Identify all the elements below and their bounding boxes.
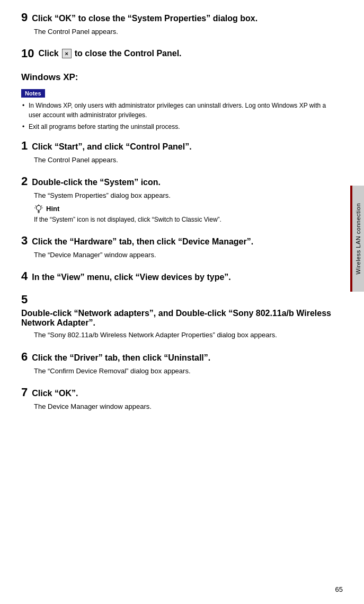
step-10: 10 Click × to close the Control Panel. [21,47,332,60]
notes-badge: Notes [21,89,45,98]
step-4-number: 4 [21,269,28,283]
notes-list: In Windows XP, only users with administr… [21,101,332,132]
step-9-title: Click “OK” to close the “System Properti… [32,14,258,23]
svg-line-6 [41,205,42,206]
step-10-number: 10 [21,47,34,60]
notes-item-1: In Windows XP, only users with administr… [21,101,332,120]
step-10-title-suffix: to close the Control Panel. [75,49,182,58]
step-3-title: Click the “Hardware” tab, then click “De… [32,237,253,247]
step-7-number: 7 [21,386,28,399]
notes-item-2: Exit all programs before starting the un… [21,122,332,132]
page-container: 9 Click “OK” to close the “System Proper… [0,0,364,604]
step-1-title: Click “Start”, and click “Control Panel”… [32,142,191,152]
step-5-title: Double-click “Network adapters”, and Dou… [21,309,332,328]
svg-point-0 [37,205,41,210]
step-10-title-prefix: Click [38,49,58,58]
page-number: 65 [335,585,343,593]
hint-block-2: Hint If the “System” icon is not display… [34,204,332,224]
step-5-desc: The “Sony 802.11a/b Wireless Network Ada… [34,330,332,340]
step-4: 4 In the “View” menu, click “View device… [21,269,332,283]
step-5: 5 Double-click “Network adapters”, and D… [21,293,332,340]
svg-line-5 [35,205,36,206]
step-9-desc: The Control Panel appears. [34,27,332,37]
hint-text-2: If the “System” icon is not displayed, c… [34,215,332,224]
step-1: 1 Click “Start”, and click “Control Pane… [21,139,332,165]
step-5-number: 5 [21,293,28,307]
sidebar-tab: Wireless LAN connection [352,186,364,292]
step-1-number: 1 [21,139,28,153]
step-2: 2 Double-click the “System” icon. The “S… [21,174,332,224]
step-3: 3 Click the “Hardware” tab, then click “… [21,234,332,260]
hint-bulb-icon [34,204,43,214]
step-3-number: 3 [21,234,28,248]
step-7-desc: The Device Manager window appears. [34,401,332,412]
step-9-number: 9 [21,11,28,24]
step-1-desc: The Control Panel appears. [34,155,332,165]
step-2-desc: The “System Properties” dialog box appea… [34,190,332,201]
step-6-title: Click the “Driver” tab, then click “Unin… [32,353,210,363]
step-2-number: 2 [21,174,28,188]
section-heading: Windows XP: [21,72,332,83]
step-3-desc: The “Device Manager” window appears. [34,250,332,260]
step-6-number: 6 [21,350,28,364]
hint-text-label: Hint [46,205,59,213]
hint-label-2: Hint [34,204,332,214]
step-7: 7 Click “OK”. The Device Manager window … [21,386,332,412]
step-4-title: In the “View” menu, click “View devices … [32,273,231,282]
sidebar-tab-label: Wireless LAN connection [355,203,361,274]
step-6-desc: The “Confirm Device Removal” dialog box … [34,366,332,377]
close-icon[interactable]: × [62,49,72,58]
step-6: 6 Click the “Driver” tab, then click “Un… [21,350,332,377]
step-9: 9 Click “OK” to close the “System Proper… [21,11,332,37]
step-2-title: Double-click the “System” icon. [32,178,161,187]
notes-container: Notes In Windows XP, only users with adm… [21,88,332,132]
step-7-title: Click “OK”. [32,389,78,398]
